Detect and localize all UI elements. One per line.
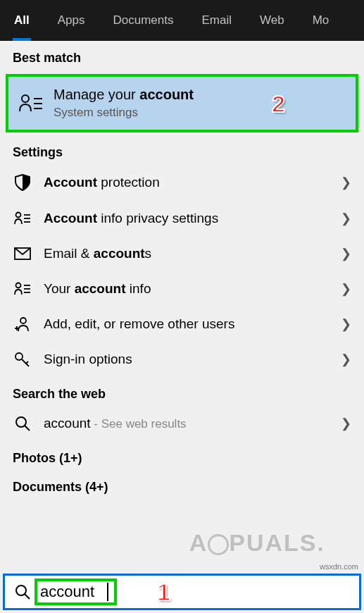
- result-signin-options[interactable]: Sign-in options ❯: [0, 342, 364, 377]
- person-list-icon: [13, 211, 32, 225]
- shield-icon: [13, 174, 32, 191]
- result-label: Email & accounts: [44, 246, 341, 261]
- mail-icon: [13, 247, 32, 260]
- person-list-icon: [18, 93, 44, 114]
- svg-point-13: [20, 318, 26, 323]
- result-your-account-info[interactable]: Your account info ❯: [0, 271, 364, 306]
- settings-results: Account protection ❯ Account info privac…: [0, 164, 364, 377]
- svg-line-20: [25, 594, 30, 599]
- key-icon: [13, 352, 32, 367]
- chevron-right-icon: ❯: [341, 281, 351, 297]
- tab-email[interactable]: Email: [187, 0, 246, 41]
- section-settings: Settings: [0, 135, 364, 164]
- result-account-protection[interactable]: Account protection ❯: [0, 164, 364, 201]
- text-cursor: [107, 583, 108, 601]
- result-label: Account protection: [44, 175, 341, 190]
- result-account-info-privacy[interactable]: Account info privacy settings ❯: [0, 201, 364, 236]
- tab-documents[interactable]: Documents: [99, 0, 187, 41]
- chevron-right-icon: ❯: [341, 211, 351, 226]
- source-watermark: wsxdn.com: [320, 562, 358, 571]
- watermark: APUALS.: [189, 529, 325, 557]
- best-match-title: Manage your account: [54, 87, 194, 103]
- tab-more[interactable]: Mo: [299, 0, 344, 41]
- result-label: Your account info: [44, 281, 341, 297]
- best-match-result[interactable]: Manage your account System settings 2: [6, 74, 358, 132]
- section-search-web: Search the web: [0, 377, 364, 406]
- callout-2: 2: [272, 89, 285, 117]
- result-label: account - See web results: [44, 416, 341, 431]
- result-label: Sign-in options: [44, 352, 341, 367]
- person-list-icon: [13, 282, 32, 296]
- tab-all[interactable]: All: [0, 0, 44, 41]
- search-box[interactable]: 1: [3, 574, 361, 610]
- chevron-right-icon: ❯: [341, 416, 351, 431]
- svg-point-16: [15, 353, 23, 360]
- result-other-users[interactable]: Add, edit, or remove other users ❯: [0, 306, 364, 342]
- result-label: Add, edit, or remove other users: [44, 316, 341, 332]
- svg-point-0: [22, 95, 29, 102]
- web-result-account[interactable]: account - See web results ❯: [0, 406, 364, 441]
- section-best-match: Best match: [0, 41, 364, 70]
- tab-web[interactable]: Web: [246, 0, 299, 41]
- result-email-accounts[interactable]: Email & accounts ❯: [0, 236, 364, 271]
- search-input[interactable]: [40, 583, 107, 601]
- svg-point-19: [16, 586, 26, 595]
- svg-line-18: [25, 426, 30, 431]
- chevron-right-icon: ❯: [341, 175, 351, 190]
- svg-point-4: [16, 213, 21, 218]
- category-tabs: All Apps Documents Email Web Mo: [0, 0, 364, 41]
- section-documents: Documents (4+): [0, 470, 364, 499]
- chevron-right-icon: ❯: [341, 352, 351, 367]
- svg-point-17: [16, 417, 26, 427]
- best-match-subtitle: System settings: [54, 106, 194, 120]
- chevron-right-icon: ❯: [341, 246, 351, 261]
- section-photos: Photos (1+): [0, 441, 364, 470]
- result-label: Account info privacy settings: [44, 211, 341, 226]
- callout-1: 1: [157, 578, 170, 606]
- chevron-right-icon: ❯: [341, 316, 351, 332]
- search-icon: [13, 416, 32, 431]
- person-plus-icon: [13, 316, 32, 332]
- svg-point-9: [16, 283, 21, 288]
- tab-apps[interactable]: Apps: [44, 0, 99, 41]
- search-icon: [15, 584, 30, 600]
